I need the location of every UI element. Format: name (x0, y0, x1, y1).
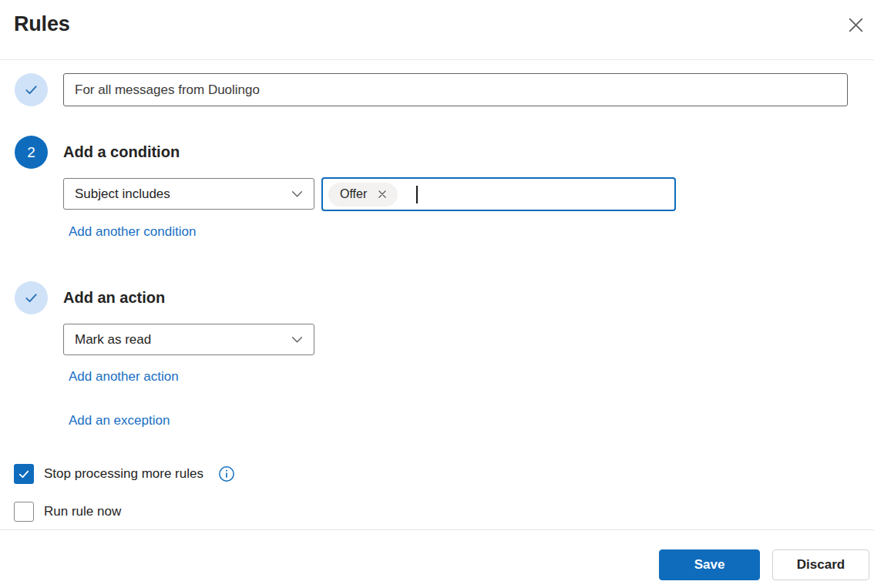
info-icon (218, 465, 235, 482)
tag-label: Offer (340, 187, 367, 201)
action-heading: Add an action (63, 281, 165, 314)
condition-value-input[interactable]: Offer (321, 177, 676, 211)
text-caret (416, 186, 418, 203)
run-rule-now-checkbox[interactable] (14, 502, 34, 522)
condition-step-number: 2 (15, 136, 48, 169)
rule-name-input[interactable] (63, 73, 848, 106)
step-number-label: 2 (27, 144, 35, 161)
stop-processing-checkbox[interactable] (14, 464, 34, 484)
header-divider (0, 59, 874, 60)
condition-select-value: Subject includes (75, 186, 170, 202)
remove-tag-button[interactable] (377, 189, 388, 200)
remove-tag-icon (377, 189, 388, 200)
info-button[interactable] (218, 465, 235, 482)
footer-divider (0, 529, 874, 530)
add-an-exception-link[interactable]: Add an exception (69, 413, 170, 428)
stop-processing-option: Stop processing more rules (14, 464, 235, 484)
chevron-down-icon (291, 333, 304, 346)
close-button[interactable] (842, 11, 869, 39)
chevron-down-icon (291, 187, 304, 200)
checkmark-icon (17, 467, 31, 481)
run-rule-now-option: Run rule now (14, 502, 121, 522)
add-another-action-link[interactable]: Add another action (69, 369, 179, 385)
discard-button[interactable]: Discard (772, 549, 869, 580)
action-select[interactable]: Mark as read (63, 324, 314, 355)
action-select-value: Mark as read (75, 332, 151, 348)
checkmark-icon (23, 82, 39, 98)
stop-processing-label: Stop processing more rules (44, 466, 203, 482)
rules-dialog: Rules 2 Add a condition Subject includes… (0, 0, 874, 588)
page-title: Rules (14, 12, 70, 36)
checkmark-icon (23, 290, 39, 306)
close-icon (846, 15, 866, 35)
run-rule-now-label: Run rule now (44, 504, 121, 519)
name-step-complete-icon (15, 73, 48, 106)
condition-heading: Add a condition (63, 136, 180, 169)
tag-chip: Offer (328, 183, 398, 207)
condition-select[interactable]: Subject includes (63, 178, 314, 210)
add-another-condition-link[interactable]: Add another condition (69, 224, 196, 240)
action-step-complete-icon (15, 281, 48, 314)
save-button[interactable]: Save (659, 549, 760, 580)
